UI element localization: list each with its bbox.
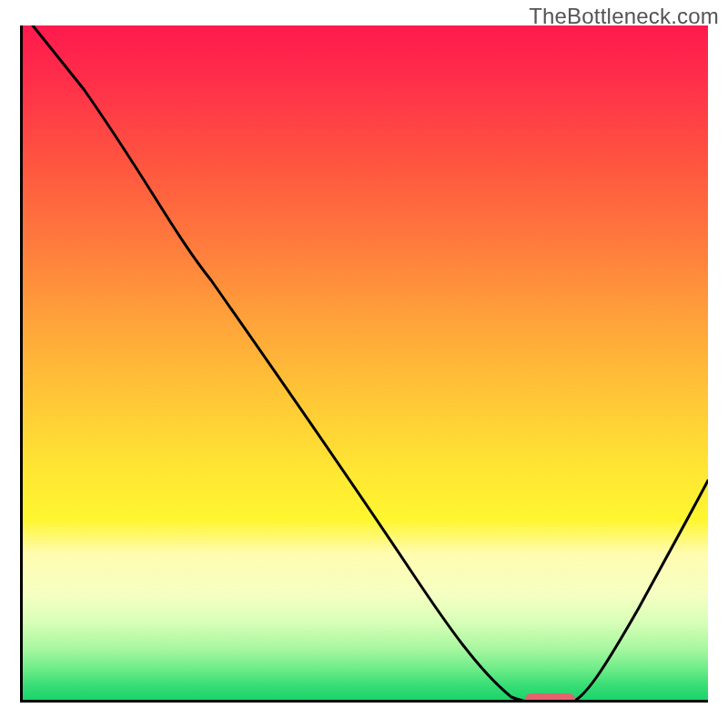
curve-path xyxy=(33,25,708,703)
minimum-marker xyxy=(525,693,575,703)
plot-area xyxy=(20,25,708,703)
chart-canvas: TheBottleneck.com xyxy=(0,0,728,728)
bottleneck-curve xyxy=(20,25,708,703)
